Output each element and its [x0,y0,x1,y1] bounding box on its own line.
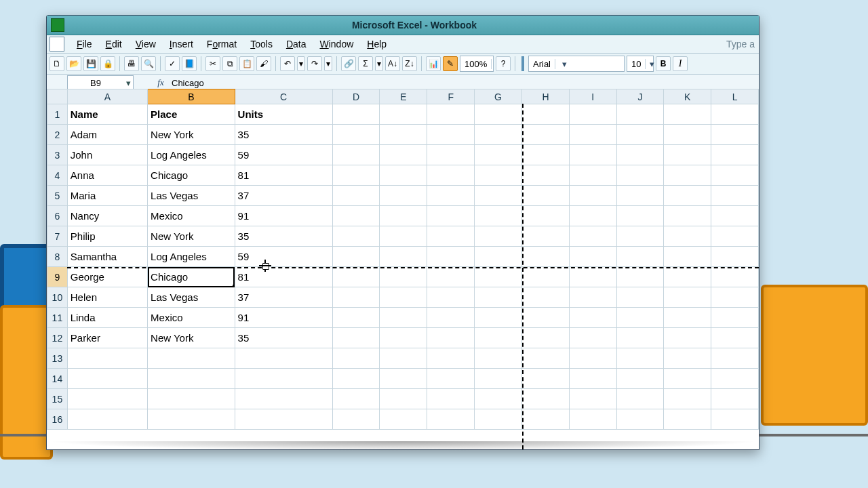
cell-G12[interactable] [475,328,522,348]
cell-G13[interactable] [475,348,522,369]
cell-I7[interactable] [569,226,616,247]
cell-K1[interactable] [664,104,711,125]
cell-A3[interactable]: John [67,145,147,165]
column-header-B[interactable]: B [148,89,235,104]
menu-edit[interactable]: Edit [99,37,129,51]
column-header-F[interactable]: F [427,89,475,104]
spelling-button[interactable]: ✓ [165,56,180,71]
cell-A5[interactable]: Maria [67,186,147,206]
cell-H13[interactable] [522,348,570,369]
column-header-C[interactable]: C [235,89,332,104]
cell-G10[interactable] [475,287,522,308]
cell-B4[interactable]: Chicago [148,165,235,186]
cell-D5[interactable] [332,186,380,206]
row-header-8[interactable]: 8 [47,247,68,267]
cell-K9[interactable] [664,267,711,287]
cell-K11[interactable] [664,308,711,328]
row-header-11[interactable]: 11 [47,308,68,328]
cell-A6[interactable]: Nancy [67,206,147,226]
cell-F1[interactable] [427,104,475,125]
cell-A1[interactable]: Name [67,104,147,125]
font-size-combo[interactable]: 10▾ [627,56,654,72]
control-menu-icon[interactable] [50,37,64,52]
cell-K12[interactable] [664,328,711,348]
row-header-6[interactable]: 6 [47,206,68,226]
row-header-3[interactable]: 3 [47,145,68,165]
cell-L13[interactable] [711,348,759,369]
cell-A11[interactable]: Linda [67,308,147,328]
cell-J13[interactable] [616,348,664,369]
cell-C3[interactable]: 59 [235,145,332,165]
cell-L16[interactable] [711,409,759,430]
cell-A15[interactable] [67,389,147,409]
cell-I13[interactable] [569,348,616,369]
column-header-I[interactable]: I [569,89,616,104]
cell-H12[interactable] [522,328,570,348]
spreadsheet-grid[interactable]: ABCDEFGHIJKL 1NamePlaceUnits2AdamNew Yor… [47,89,759,430]
cell-F9[interactable] [427,267,475,287]
cell-D15[interactable] [332,389,380,409]
cell-I4[interactable] [569,165,616,186]
cell-A9[interactable]: George [67,267,147,287]
cell-E11[interactable] [380,308,427,328]
column-header-D[interactable]: D [332,89,380,104]
cell-B2[interactable]: New York [148,125,235,145]
cell-C8[interactable]: 59 [235,247,332,267]
cell-H2[interactable] [522,125,570,145]
cell-H16[interactable] [522,409,570,430]
title-bar[interactable]: Microsoft Excel - Workbook [47,16,759,35]
menu-window[interactable]: Window [313,37,360,51]
cell-C1[interactable]: Units [235,104,332,125]
cell-F3[interactable] [427,145,475,165]
cell-B13[interactable] [148,348,235,369]
cell-E15[interactable] [380,389,427,409]
cell-G8[interactable] [475,247,522,267]
paste-button[interactable]: 📋 [239,56,254,71]
cell-I16[interactable] [569,409,616,430]
cell-I8[interactable] [569,247,616,267]
name-box[interactable]: B9 ▾ [67,75,134,90]
sort-asc-button[interactable]: A↓ [385,56,400,71]
cell-C16[interactable] [235,409,332,430]
cell-A14[interactable] [67,369,147,389]
cell-H7[interactable] [522,226,570,247]
cell-E8[interactable] [380,247,427,267]
cell-J14[interactable] [616,369,664,389]
cell-I1[interactable] [569,104,616,125]
cell-B14[interactable] [148,369,235,389]
cell-E9[interactable] [380,267,427,287]
cell-J8[interactable] [616,247,664,267]
cell-H5[interactable] [522,186,570,206]
row-header-14[interactable]: 14 [47,369,68,389]
cell-J9[interactable] [616,267,664,287]
row-header-10[interactable]: 10 [47,287,68,308]
cell-E7[interactable] [380,226,427,247]
cell-I2[interactable] [569,125,616,145]
save-button[interactable]: 💾 [83,56,98,71]
cell-J4[interactable] [616,165,664,186]
cell-H14[interactable] [522,369,570,389]
cell-G16[interactable] [475,409,522,430]
cell-D12[interactable] [332,328,380,348]
cell-I12[interactable] [569,328,616,348]
cell-G7[interactable] [475,226,522,247]
cell-F13[interactable] [427,348,475,369]
column-header-K[interactable]: K [664,89,711,104]
cell-K7[interactable] [664,226,711,247]
row-header-5[interactable]: 5 [47,186,68,206]
cell-B12[interactable]: New York [148,328,235,348]
cell-G14[interactable] [475,369,522,389]
cell-C12[interactable]: 35 [235,328,332,348]
cell-F7[interactable] [427,226,475,247]
cell-A2[interactable]: Adam [67,125,147,145]
cell-B9[interactable]: Chicago [148,267,235,287]
cell-I6[interactable] [569,206,616,226]
cell-D9[interactable] [332,267,380,287]
cell-B6[interactable]: Mexico [148,206,235,226]
menu-file[interactable]: File [70,37,99,51]
cell-G11[interactable] [475,308,522,328]
cell-C9[interactable]: 81 [235,267,332,287]
cell-H9[interactable] [522,267,570,287]
row-header-16[interactable]: 16 [47,409,68,430]
undo-button[interactable]: ↶ [280,56,295,71]
